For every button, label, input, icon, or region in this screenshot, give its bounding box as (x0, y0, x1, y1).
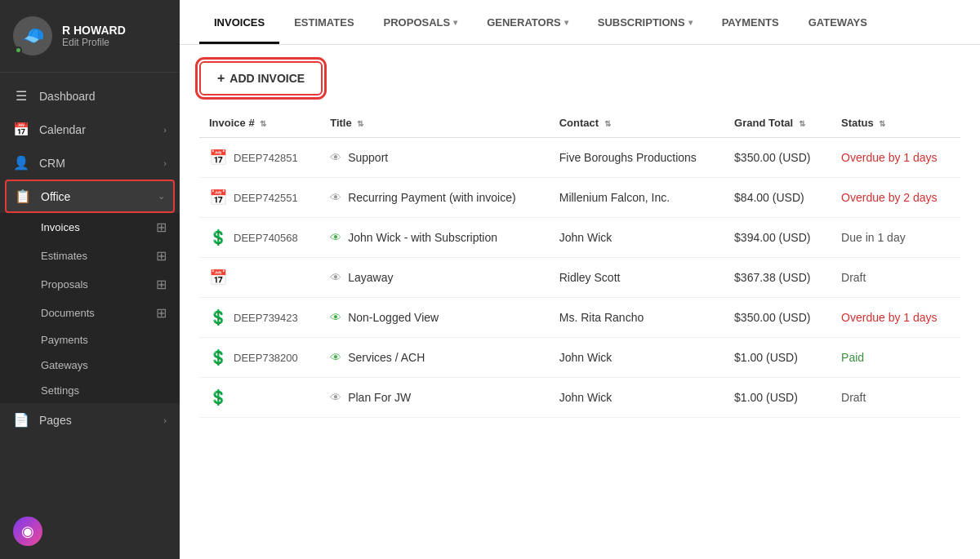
crm-icon: 👤 (13, 155, 29, 171)
doc-type-icon: 📅 (209, 189, 227, 206)
subnav-item-settings[interactable]: Settings (0, 378, 180, 403)
cell-invoice-num: 📅 DEEP742851 (199, 138, 320, 178)
cell-invoice-num: 📅 (199, 258, 320, 298)
invoice-table-body: 📅 DEEP742851 👁 Support Five Boroughs Pro… (199, 138, 960, 418)
table-row[interactable]: 📅 DEEP742551 👁 Recurring Payment (with i… (199, 178, 960, 218)
subnav-label: Gateways (41, 359, 88, 371)
cell-status: Overdue by 1 days (831, 298, 960, 338)
visibility-icon: 👁 (330, 311, 341, 324)
chevron-down-icon: ▾ (688, 18, 693, 27)
sort-icon[interactable]: ⇅ (879, 119, 885, 128)
tab-gateways[interactable]: GATEWAYS (794, 0, 882, 44)
cell-contact: Ms. Rita Rancho (550, 298, 724, 338)
sidebar-item-label: Dashboard (39, 90, 96, 103)
col-status: Status ⇅ (831, 109, 960, 138)
subnav-label: Estimates (41, 250, 87, 262)
visibility-icon: 👁 (330, 231, 341, 244)
sort-icon[interactable]: ⇅ (357, 119, 363, 128)
subnav-item-payments[interactable]: Payments (0, 327, 180, 353)
edit-profile-link[interactable]: Edit Profile (62, 37, 126, 48)
tab-estimates[interactable]: ESTIMATES (279, 0, 368, 44)
sort-icon[interactable]: ⇅ (799, 119, 805, 128)
tab-invoices[interactable]: INVOICES (199, 0, 279, 44)
sort-icon[interactable]: ⇅ (260, 119, 266, 128)
sidebar-item-calendar[interactable]: 📅 Calendar › (0, 113, 180, 146)
chevron-down-icon: ▾ (564, 18, 568, 27)
top-tab-bar: INVOICES ESTIMATES PROPOSALS ▾ GENERATOR… (180, 0, 980, 45)
table-row[interactable]: 📅 DEEP742851 👁 Support Five Boroughs Pro… (199, 138, 960, 178)
table-header: Invoice # ⇅ Title ⇅ Contact ⇅ Grand Tota… (199, 109, 960, 138)
col-contact: Contact ⇅ (550, 109, 724, 138)
cell-grand-total: $394.00 (USD) (724, 218, 831, 258)
cell-contact: John Wick (550, 218, 724, 258)
invoices-table-wrap: Invoice # ⇅ Title ⇅ Contact ⇅ Grand Tota… (180, 95, 980, 559)
cell-grand-total: $367.38 (USD) (724, 258, 831, 298)
visibility-icon: 👁 (330, 271, 341, 284)
calendar-icon: 📅 (13, 122, 29, 137)
cell-status: Overdue by 1 days (831, 138, 960, 178)
subnav-item-gateways[interactable]: Gateways (0, 353, 180, 378)
pages-icon: 📄 (13, 412, 29, 428)
user-profile: 🧢 R HOWARD Edit Profile (0, 0, 180, 73)
tab-proposals[interactable]: PROPOSALS ▾ (369, 0, 473, 44)
visibility-icon: 👁 (330, 151, 341, 164)
table-row[interactable]: 📅 👁 Layaway Ridley Scott $367.38 (USD) D… (199, 258, 960, 298)
tab-subscriptions[interactable]: SUBSCRIPTIONS ▾ (583, 0, 707, 44)
col-title: Title ⇅ (320, 109, 550, 138)
subnav-item-documents[interactable]: Documents ⊞ (0, 299, 180, 327)
subnav-item-invoices[interactable]: Invoices ⊞ (0, 213, 180, 242)
cell-grand-total: $1.00 (USD) (724, 338, 831, 378)
cell-title: 👁 Recurring Payment (with invoice) (320, 178, 550, 218)
sort-icon[interactable]: ⇅ (604, 119, 611, 128)
doc-type-icon: 📅 (209, 149, 227, 166)
cell-title: 👁 Layaway (320, 258, 550, 298)
cell-status: Paid (831, 338, 960, 378)
invoices-table: Invoice # ⇅ Title ⇅ Contact ⇅ Grand Tota… (199, 109, 960, 418)
chevron-down-icon: ⌄ (158, 191, 165, 202)
table-row[interactable]: 💲 DEEP740568 👁 John Wick - with Subscrip… (199, 218, 960, 258)
doc-type-icon: 💲 (209, 308, 227, 326)
col-grand-total: Grand Total ⇅ (724, 109, 831, 138)
cell-title: 👁 Non-Logged View (320, 298, 550, 338)
sidebar-item-label: Office (41, 190, 70, 203)
add-icon[interactable]: ⊞ (156, 220, 167, 235)
subnav-label: Invoices (41, 221, 80, 233)
cell-contact: John Wick (550, 338, 724, 378)
tab-generators[interactable]: GENERATORS ▾ (472, 0, 583, 44)
sidebar-item-dashboard[interactable]: ☰ Dashboard (0, 79, 180, 113)
sidebar-nav: ☰ Dashboard 📅 Calendar › 👤 CRM › 📋 Offic… (0, 73, 180, 504)
visibility-icon: 👁 (330, 391, 341, 404)
online-indicator (15, 47, 22, 54)
app-logo: ◉ (0, 504, 180, 559)
subnav-item-proposals[interactable]: Proposals ⊞ (0, 270, 180, 299)
sidebar-item-office[interactable]: 📋 Office ⌄ (5, 180, 175, 213)
sidebar-item-crm[interactable]: 👤 CRM › (0, 146, 180, 180)
cell-invoice-num: 💲 DEEP739423 (199, 298, 320, 338)
add-icon[interactable]: ⊞ (156, 277, 167, 292)
add-icon[interactable]: ⊞ (156, 305, 167, 321)
plus-icon: + (217, 71, 225, 86)
add-invoice-button[interactable]: + ADD INVOICE (199, 61, 323, 95)
tab-payments[interactable]: PAYMENTS (707, 0, 794, 44)
col-invoice-num: Invoice # ⇅ (199, 109, 320, 138)
chevron-down-icon: ▾ (453, 18, 457, 27)
logo-icon: ◉ (13, 517, 42, 546)
chevron-right-icon: › (163, 415, 167, 425)
doc-type-icon: 💲 (209, 348, 227, 366)
cell-title: 👁 Support (320, 138, 550, 178)
subnav-item-estimates[interactable]: Estimates ⊞ (0, 242, 180, 270)
toolbar: + ADD INVOICE (180, 45, 980, 95)
sidebar-item-pages[interactable]: 📄 Pages › (0, 403, 180, 437)
table-row[interactable]: 💲 DEEP739423 👁 Non-Logged View Ms. Rita … (199, 298, 960, 338)
chevron-right-icon: › (163, 125, 167, 135)
cell-title: 👁 John Wick - with Subscription (320, 218, 550, 258)
dashboard-icon: ☰ (13, 88, 29, 104)
cell-title: 👁 Services / ACH (320, 338, 550, 378)
cell-grand-total: $350.00 (USD) (724, 298, 831, 338)
add-icon[interactable]: ⊞ (156, 248, 167, 264)
subnav-label: Settings (41, 384, 79, 397)
cell-grand-total: $350.00 (USD) (724, 138, 831, 178)
visibility-icon: 👁 (330, 351, 341, 364)
table-row[interactable]: 💲 👁 Plan For JW John Wick $1.00 (USD) Dr… (199, 378, 960, 418)
table-row[interactable]: 💲 DEEP738200 👁 Services / ACH John Wick … (199, 338, 960, 378)
